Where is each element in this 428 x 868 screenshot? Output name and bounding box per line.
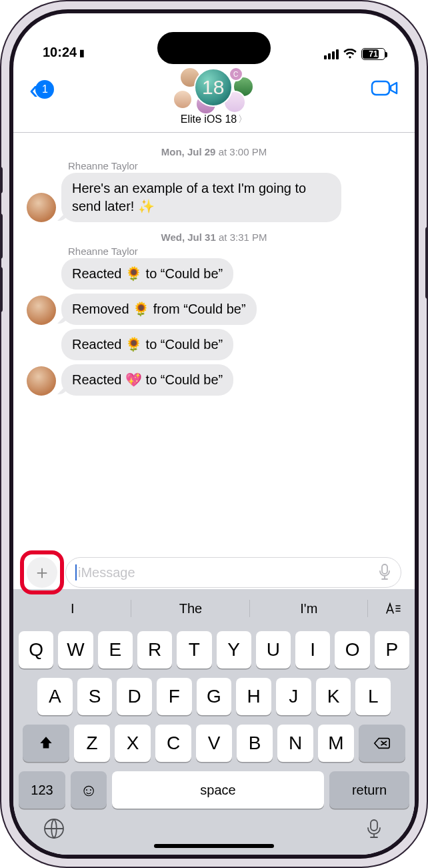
sender-avatar[interactable] [27, 366, 56, 396]
globe-button[interactable] [43, 817, 65, 843]
battery-icon: 71 [361, 48, 385, 60]
message-bubble[interactable]: Removed 🌻 from “Could be” [61, 294, 257, 325]
key-m[interactable]: M [318, 725, 354, 762]
message-thread[interactable]: Mon, Jul 29 at 3:00 PM Rheanne Taylor He… [13, 133, 415, 552]
key-e[interactable]: E [98, 631, 133, 669]
sender-avatar[interactable] [27, 193, 56, 222]
key-u[interactable]: U [256, 631, 291, 669]
text-caret [75, 564, 77, 580]
key-b[interactable]: B [237, 725, 273, 762]
dictation-button[interactable] [363, 817, 385, 843]
chevron-right-icon: 〉 [238, 113, 247, 125]
key-x[interactable]: X [115, 725, 151, 762]
keyboard: I The I'm Q W E R T Y U I O [13, 589, 415, 855]
shift-key[interactable] [23, 725, 69, 762]
unread-badge: 1 [35, 80, 54, 99]
chat-name-button[interactable]: Elite iOS 18 〉 [181, 113, 247, 125]
message-bubble[interactable]: Reacted 🌻 to “Could be” [61, 258, 233, 290]
delete-key[interactable] [359, 725, 405, 762]
side-button [0, 167, 3, 193]
iphone-frame: 10:24 ▮ 71 ‹ 1 [0, 0, 428, 868]
svg-rect-3 [371, 820, 377, 831]
home-indicator[interactable] [154, 844, 274, 848]
key-z[interactable]: Z [74, 725, 110, 762]
key-t[interactable]: T [177, 631, 211, 669]
back-button[interactable]: ‹ 1 [29, 76, 54, 103]
message-bubble[interactable]: Reacted 💖 to “Could be” [61, 364, 233, 396]
mic-icon [363, 817, 385, 840]
message-input[interactable]: iMessage [65, 557, 401, 588]
sender-avatar[interactable] [27, 296, 56, 325]
timestamp: Wed, Jul 31 at 3:31 PM [27, 232, 401, 243]
dictate-icon[interactable] [378, 564, 391, 581]
key-w[interactable]: W [58, 631, 93, 669]
key-q[interactable]: Q [19, 631, 53, 669]
suggestion-bar: I The I'm [13, 590, 415, 626]
video-icon [371, 79, 399, 97]
conversation-header: ‹ 1 18 C [13, 63, 415, 133]
message-row: Here's an example of a text I'm going to… [27, 173, 401, 222]
key-j[interactable]: J [276, 678, 311, 715]
key-p[interactable]: P [375, 631, 409, 669]
key-r[interactable]: R [137, 631, 172, 669]
emoji-key[interactable]: ☺ [71, 771, 107, 809]
message-bubble[interactable]: Here's an example of a text I'm going to… [61, 173, 341, 222]
wifi-icon [343, 49, 357, 59]
volume-down-button [0, 267, 3, 312]
status-time: 10:24 [43, 45, 77, 60]
suggestion[interactable]: The [131, 590, 249, 626]
text-format-button[interactable] [368, 590, 415, 626]
key-h[interactable]: H [236, 678, 271, 715]
compose-bar: ＋ iMessage [13, 552, 415, 589]
numbers-key[interactable]: 123 [19, 771, 65, 809]
timestamp: Mon, Jul 29 at 3:00 PM [27, 146, 401, 157]
message-bubble[interactable]: Reacted 🌻 to “Could be” [61, 329, 233, 360]
cellular-icon [324, 49, 339, 59]
key-v[interactable]: V [196, 725, 232, 762]
key-o[interactable]: O [335, 631, 369, 669]
key-c[interactable]: C [155, 725, 191, 762]
svg-rect-1 [382, 564, 387, 574]
facetime-button[interactable] [371, 79, 399, 100]
key-i[interactable]: I [295, 631, 330, 669]
sender-label: Rheanne Taylor [68, 160, 401, 171]
chat-name-label: Elite iOS 18 [181, 113, 237, 125]
svg-rect-0 [372, 81, 389, 95]
key-d[interactable]: D [117, 678, 152, 715]
globe-icon [43, 817, 65, 840]
group-avatar[interactable]: 18 C [159, 67, 266, 112]
volume-up-button [0, 213, 3, 259]
space-key[interactable]: space [112, 771, 324, 809]
key-s[interactable]: S [77, 678, 113, 715]
input-placeholder: iMessage [78, 565, 135, 580]
focus-icon: ▮ [79, 47, 85, 58]
text-format-icon [382, 601, 401, 616]
key-a[interactable]: A [37, 678, 73, 715]
plus-button[interactable]: ＋ [27, 557, 57, 588]
shift-icon [37, 735, 55, 752]
suggestion[interactable]: I'm [250, 590, 368, 626]
key-y[interactable]: Y [217, 631, 251, 669]
power-button [425, 227, 428, 299]
key-l[interactable]: L [355, 678, 391, 715]
group-main-avatar: 18 [194, 68, 233, 107]
sender-label: Rheanne Taylor [68, 246, 401, 257]
key-n[interactable]: N [277, 725, 313, 762]
emoji-icon: ☺ [80, 780, 98, 801]
suggestion[interactable]: I [13, 590, 131, 626]
key-f[interactable]: F [157, 678, 192, 715]
dynamic-island [157, 32, 271, 64]
key-k[interactable]: K [316, 678, 351, 715]
plus-icon: ＋ [33, 560, 51, 585]
backspace-icon [373, 735, 391, 752]
group-member-avatar [173, 89, 193, 109]
key-g[interactable]: G [197, 678, 232, 715]
return-key[interactable]: return [329, 771, 409, 809]
